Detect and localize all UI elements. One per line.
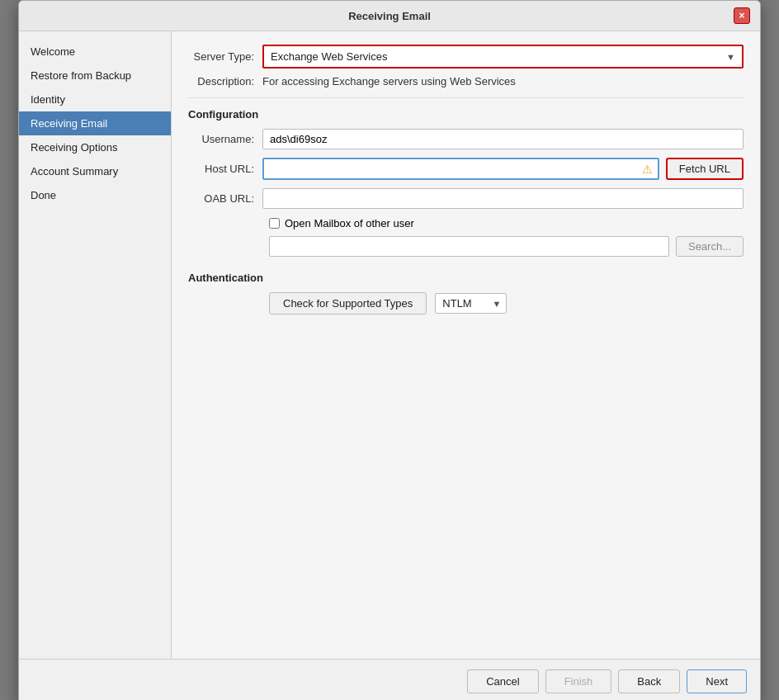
check-supported-types-button[interactable]: Check for Supported Types <box>269 292 427 315</box>
sidebar-item-receiving-email[interactable]: Receiving Email <box>19 111 171 135</box>
title-bar: Receiving Email × <box>19 1 760 31</box>
warning-icon: ⚠ <box>642 163 653 176</box>
sidebar-item-restore[interactable]: Restore from Backup <box>19 64 171 88</box>
main-content: Server Type: Exchange Web Services IMAP … <box>172 31 760 659</box>
host-url-label: Host URL: <box>188 163 262 175</box>
dialog-title: Receiving Email <box>45 10 734 22</box>
back-button[interactable]: Back <box>618 669 680 693</box>
fetch-url-button[interactable]: Fetch URL <box>666 158 744 180</box>
dialog-body: Welcome Restore from Backup Identity Rec… <box>19 31 760 659</box>
server-type-row: Server Type: Exchange Web Services IMAP … <box>188 45 744 69</box>
description-row: Description: For accessing Exchange serv… <box>188 75 744 98</box>
cancel-button[interactable]: Cancel <box>467 669 538 693</box>
oab-url-input[interactable] <box>262 188 744 209</box>
next-button[interactable]: Next <box>687 669 747 693</box>
description-text: For accessing Exchange servers using Web… <box>262 75 516 88</box>
sidebar: Welcome Restore from Backup Identity Rec… <box>19 31 172 659</box>
username-input[interactable] <box>262 129 744 149</box>
host-url-row: Host URL: ⚠ Fetch URL <box>188 158 744 180</box>
search-button[interactable]: Search... <box>676 236 744 257</box>
open-mailbox-checkbox[interactable] <box>269 218 280 229</box>
host-url-wrapper: ⚠ <box>262 158 659 180</box>
oab-url-label: OAB URL: <box>188 192 262 205</box>
sidebar-item-done[interactable]: Done <box>19 183 171 207</box>
close-button[interactable]: × <box>734 7 750 24</box>
auth-row: Check for Supported Types NTLM Basic Dig… <box>269 292 744 315</box>
mailbox-input[interactable] <box>269 236 669 257</box>
sidebar-item-welcome[interactable]: Welcome <box>19 40 171 64</box>
open-mailbox-label: Open Mailbox of other user <box>285 217 414 229</box>
email-setup-dialog: Receiving Email × Welcome Restore from B… <box>18 0 761 700</box>
dialog-footer: Cancel Finish Back Next <box>19 659 760 700</box>
server-type-label: Server Type: <box>188 50 262 63</box>
username-row: Username: <box>188 129 744 149</box>
description-label: Description: <box>188 75 262 88</box>
sidebar-item-receiving-options[interactable]: Receiving Options <box>19 135 171 159</box>
open-mailbox-row: Open Mailbox of other user <box>269 217 744 229</box>
server-type-select[interactable]: Exchange Web Services IMAP POP3 <box>264 46 742 67</box>
auth-method-select[interactable]: NTLM Basic Digest Kerberos <box>436 294 506 313</box>
oab-url-row: OAB URL: <box>188 188 744 209</box>
server-type-select-wrapper: Exchange Web Services IMAP POP3 ▼ <box>262 45 744 69</box>
configuration-heading: Configuration <box>188 108 744 121</box>
finish-button[interactable]: Finish <box>545 669 612 693</box>
other-user-search-row: Search... <box>269 236 744 257</box>
authentication-heading: Authentication <box>188 272 744 284</box>
authentication-section: Authentication Check for Supported Types… <box>188 272 744 315</box>
sidebar-item-account-summary[interactable]: Account Summary <box>19 159 171 183</box>
sidebar-item-identity[interactable]: Identity <box>19 88 171 111</box>
username-label: Username: <box>188 133 262 145</box>
auth-method-wrapper: NTLM Basic Digest Kerberos ▼ <box>435 293 507 314</box>
host-url-input[interactable] <box>264 159 658 178</box>
